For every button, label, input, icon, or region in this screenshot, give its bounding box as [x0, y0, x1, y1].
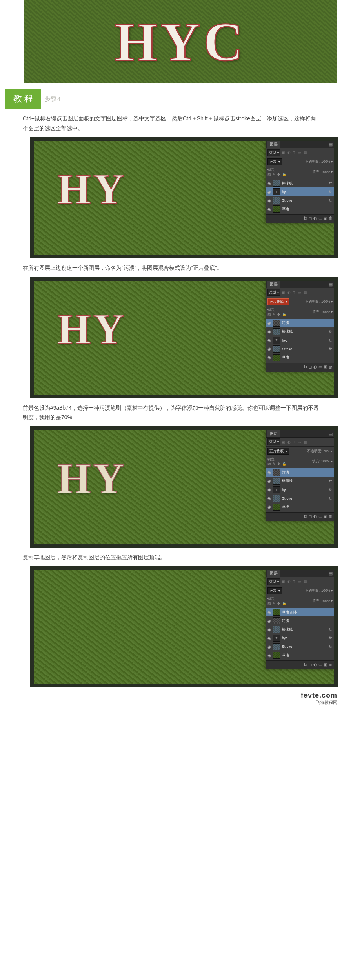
group-icon[interactable]: ▭	[318, 514, 322, 520]
layer-fx-badge[interactable]: fx	[329, 181, 332, 185]
visibility-eye-icon[interactable]: ◉	[267, 653, 271, 658]
layer-row[interactable]: ◉棒球线fx	[266, 477, 334, 485]
layer-fx-badge[interactable]: fx	[329, 330, 332, 334]
visibility-eye-icon[interactable]: ◉	[267, 636, 271, 640]
visibility-eye-icon[interactable]: ◉	[267, 198, 271, 203]
layer-row[interactable]: ◉棒球线fx	[266, 179, 334, 187]
fx-menu-icon[interactable]: fx	[304, 662, 307, 668]
layer-row[interactable]: ◉草地 副本	[266, 608, 334, 616]
layer-row[interactable]: ◉Thycfx	[266, 634, 334, 642]
layer-thumbnail[interactable]: T	[273, 188, 280, 195]
opacity-value[interactable]: 70%	[323, 449, 330, 453]
layers-tab[interactable]: 图层	[267, 281, 280, 288]
layer-thumbnail[interactable]	[273, 197, 280, 204]
visibility-eye-icon[interactable]: ◉	[267, 479, 271, 483]
layer-row[interactable]: ◉污渍	[266, 319, 334, 327]
visibility-eye-icon[interactable]: ◉	[267, 207, 271, 211]
layer-thumbnail[interactable]	[273, 504, 280, 511]
visibility-eye-icon[interactable]: ◉	[267, 487, 271, 492]
layer-fx-badge[interactable]: fx	[329, 645, 332, 649]
layer-row[interactable]: ◉Strokefx	[266, 196, 334, 205]
layer-fx-badge[interactable]: fx	[329, 190, 332, 194]
fill-value[interactable]: 100%	[321, 310, 330, 314]
panel-menu-icon[interactable]: ▤	[329, 142, 333, 146]
adjustment-icon[interactable]: ◐	[313, 662, 317, 668]
blend-mode-select[interactable]: 正片叠底	[267, 298, 289, 305]
layer-row[interactable]: ◉Strokefx	[266, 345, 334, 353]
layer-fx-badge[interactable]: fx	[329, 347, 332, 351]
layer-row[interactable]: ◉草地	[266, 205, 334, 213]
layers-tab[interactable]: 图层	[267, 430, 280, 437]
layer-thumbnail[interactable]	[273, 205, 280, 213]
visibility-eye-icon[interactable]: ◉	[267, 610, 271, 615]
visibility-eye-icon[interactable]: ◉	[267, 619, 271, 623]
fill-value[interactable]: 100%	[321, 599, 330, 603]
layer-row[interactable]: ◉Strokefx	[266, 642, 334, 651]
filter-type-select[interactable]: 类型	[267, 289, 280, 296]
group-icon[interactable]: ▭	[318, 365, 322, 370]
filter-icons[interactable]: ▣◐T▭▦	[282, 291, 307, 295]
layer-row[interactable]: ◉棒球线fx	[266, 625, 334, 634]
layer-thumbnail[interactable]	[273, 495, 280, 502]
blend-mode-select[interactable]: 正常	[267, 587, 282, 594]
visibility-eye-icon[interactable]: ◉	[267, 321, 271, 325]
visibility-eye-icon[interactable]: ◉	[267, 496, 271, 500]
mask-icon[interactable]: ◻	[309, 514, 312, 520]
mask-icon[interactable]: ◻	[309, 662, 312, 668]
layer-row[interactable]: ◉Thycfx	[266, 485, 334, 494]
visibility-eye-icon[interactable]: ◉	[267, 338, 271, 342]
trash-icon[interactable]: 🗑	[329, 216, 333, 222]
blend-mode-select[interactable]: 正常	[267, 158, 282, 165]
layer-fx-badge[interactable]: fx	[329, 479, 332, 483]
layer-thumbnail[interactable]	[273, 469, 280, 476]
layer-thumbnail[interactable]	[273, 328, 280, 335]
layer-thumbnail[interactable]	[273, 180, 280, 187]
new-layer-icon[interactable]: ▣	[324, 662, 327, 668]
adjustment-icon[interactable]: ◐	[313, 216, 317, 222]
layer-thumbnail[interactable]	[273, 345, 280, 353]
layer-row[interactable]: ◉Strokefx	[266, 494, 334, 503]
panel-menu-icon[interactable]: ▤	[329, 571, 333, 575]
layer-row[interactable]: ◉污渍	[266, 616, 334, 625]
opacity-value[interactable]: 100%	[321, 160, 330, 164]
trash-icon[interactable]: 🗑	[329, 514, 333, 520]
layer-fx-badge[interactable]: fx	[329, 488, 332, 492]
layer-fx-badge[interactable]: fx	[329, 627, 332, 631]
layer-thumbnail[interactable]	[273, 478, 280, 485]
adjustment-icon[interactable]: ◐	[313, 365, 317, 370]
opacity-value[interactable]: 100%	[321, 589, 330, 593]
filter-icons[interactable]: ▣◐T▭▦	[282, 151, 307, 155]
blend-mode-select[interactable]: 正片叠底	[267, 448, 289, 455]
filter-type-select[interactable]: 类型	[267, 578, 280, 585]
fill-value[interactable]: 100%	[321, 170, 330, 174]
layer-thumbnail[interactable]	[273, 643, 280, 650]
layer-row[interactable]: ◉草地	[266, 503, 334, 511]
layer-fx-badge[interactable]: fx	[329, 496, 332, 500]
layer-row[interactable]: ◉Thycfx	[266, 336, 334, 345]
layer-fx-badge[interactable]: fx	[329, 636, 332, 640]
layer-thumbnail[interactable]: T	[273, 635, 280, 642]
layer-thumbnail[interactable]: T	[273, 337, 280, 344]
visibility-eye-icon[interactable]: ◉	[267, 181, 271, 185]
mask-icon[interactable]: ◻	[309, 216, 312, 222]
fx-menu-icon[interactable]: fx	[304, 216, 307, 222]
new-layer-icon[interactable]: ▣	[324, 216, 327, 222]
group-icon[interactable]: ▭	[318, 216, 322, 222]
layer-row[interactable]: ◉草地	[266, 651, 334, 660]
lock-icons[interactable]: ▨✎✥🔒	[267, 313, 286, 316]
trash-icon[interactable]: 🗑	[329, 662, 333, 668]
new-layer-icon[interactable]: ▣	[324, 365, 327, 370]
visibility-eye-icon[interactable]: ◉	[267, 627, 271, 632]
layer-thumbnail[interactable]	[273, 354, 280, 361]
opacity-value[interactable]: 100%	[321, 300, 330, 304]
mask-icon[interactable]: ◻	[309, 365, 312, 370]
layer-row[interactable]: ◉Thycfx	[266, 187, 334, 196]
fx-menu-icon[interactable]: fx	[304, 365, 307, 370]
fx-menu-icon[interactable]: fx	[304, 514, 307, 520]
layer-thumbnail[interactable]	[273, 320, 280, 327]
layer-thumbnail[interactable]	[273, 652, 280, 659]
lock-icons[interactable]: ▨✎✥🔒	[267, 462, 286, 466]
layers-tab[interactable]: 图层	[267, 570, 280, 577]
layer-fx-badge[interactable]: fx	[329, 198, 332, 202]
visibility-eye-icon[interactable]: ◉	[267, 470, 271, 475]
